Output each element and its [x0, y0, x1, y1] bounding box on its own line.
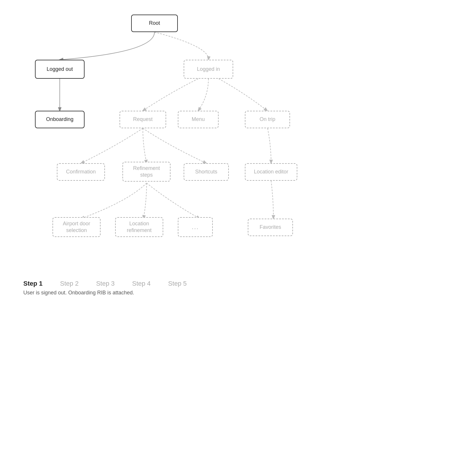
node-menu-label: Menu — [192, 116, 205, 123]
node-logged-out: Logged out — [35, 60, 85, 79]
node-logged-out-label: Logged out — [47, 66, 73, 73]
node-location-refinement-label: Location refinement — [127, 220, 152, 234]
step-1-label: Step 1 — [23, 280, 43, 287]
node-request: Request — [120, 111, 166, 128]
node-root: Root — [131, 15, 178, 32]
diagram-container: Root Logged out Logged in Onboarding Req… — [6, 6, 315, 274]
node-airport-door: Airport door selection — [52, 217, 101, 237]
node-ellipsis: ... — [178, 217, 213, 237]
node-refinement-steps-label: Refinement steps — [133, 165, 160, 179]
step-2-label: Step 2 — [60, 280, 79, 287]
node-ellipsis-label: ... — [192, 223, 199, 231]
node-confirmation: Confirmation — [57, 163, 105, 181]
node-root-label: Root — [149, 20, 160, 27]
node-logged-in: Logged in — [184, 60, 233, 79]
node-location-editor-label: Location editor — [254, 168, 288, 175]
node-logged-in-label: Logged in — [197, 66, 220, 73]
node-onboarding: Onboarding — [35, 111, 85, 128]
node-favorites-label: Favorites — [259, 224, 281, 231]
node-shortcuts: Shortcuts — [184, 163, 229, 181]
node-on-trip-label: On trip — [259, 116, 275, 123]
node-menu: Menu — [178, 111, 219, 128]
description-text: User is signed out. Onboarding RIB is at… — [6, 290, 315, 296]
node-favorites: Favorites — [248, 219, 293, 236]
step-5-label: Step 5 — [168, 280, 187, 287]
node-location-refinement: Location refinement — [115, 217, 163, 237]
node-request-label: Request — [133, 116, 152, 123]
node-airport-door-label: Airport door selection — [63, 220, 90, 234]
node-refinement-steps: Refinement steps — [122, 162, 171, 182]
steps-row: Step 1 Step 2 Step 3 Step 4 Step 5 — [6, 280, 315, 287]
step-4-label: Step 4 — [132, 280, 151, 287]
node-on-trip: On trip — [245, 111, 290, 128]
node-confirmation-label: Confirmation — [66, 168, 96, 175]
node-location-editor: Location editor — [245, 163, 297, 181]
step-3-label: Step 3 — [96, 280, 115, 287]
node-onboarding-label: Onboarding — [46, 116, 73, 123]
node-shortcuts-label: Shortcuts — [195, 168, 217, 175]
